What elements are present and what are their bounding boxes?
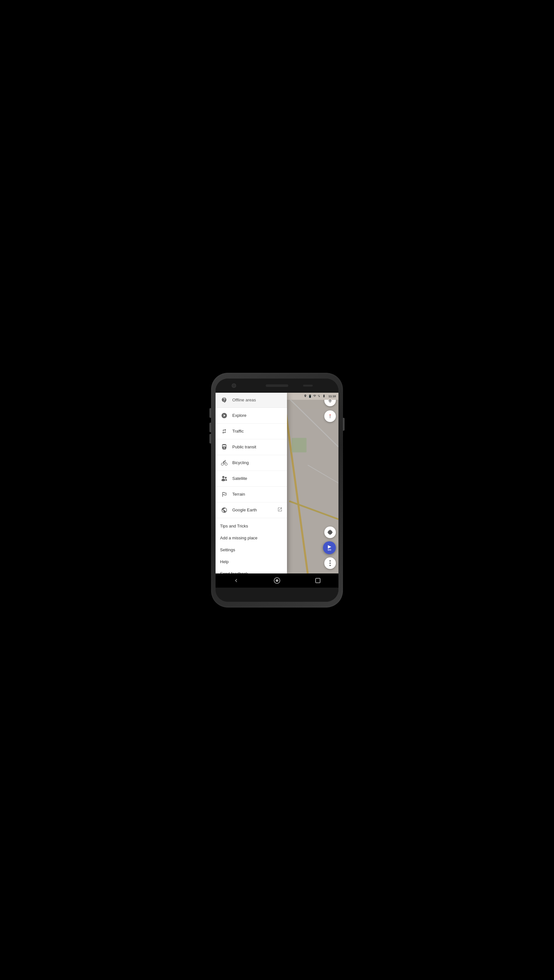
status-time: 11:10 xyxy=(328,395,336,398)
satellite-icon xyxy=(220,474,228,483)
battery-icon xyxy=(322,394,326,398)
drawer-item-bicycling[interactable]: Bicycling xyxy=(216,455,287,471)
drawer-item-help[interactable]: Help xyxy=(216,556,287,568)
svg-point-10 xyxy=(330,565,331,566)
transit-label: Public transit xyxy=(232,444,282,449)
phone-frame: 📳 xyxy=(211,373,343,608)
drawer-item-settings[interactable]: Settings xyxy=(216,544,287,556)
home-button[interactable] xyxy=(271,574,283,587)
more-options-button[interactable] xyxy=(324,557,336,569)
drawer-item-traffic[interactable]: Traffic xyxy=(216,423,287,439)
drawer-item-terrain[interactable]: Terrain xyxy=(216,487,287,503)
explore-label: Explore xyxy=(232,413,282,418)
svg-point-7 xyxy=(330,415,331,417)
top-bezel xyxy=(216,379,338,393)
traffic-label: Traffic xyxy=(232,429,282,434)
go-arrow-icon: ▶ xyxy=(328,544,331,549)
drawer-item-add-place[interactable]: Add a missing place xyxy=(216,532,287,544)
drawer-item-satellite[interactable]: Satellite xyxy=(216,471,287,487)
screen: 📳 xyxy=(216,393,338,573)
svg-marker-5 xyxy=(330,414,331,415)
status-icons: 📳 xyxy=(304,394,336,398)
traffic-icon xyxy=(220,427,228,436)
compass-button[interactable] xyxy=(324,410,336,422)
drawer-item-tips[interactable]: Tips and Tricks xyxy=(216,520,287,532)
drawer-text-section: Tips and Tricks Add a missing place Sett… xyxy=(216,518,287,573)
svg-point-12 xyxy=(276,579,278,582)
drawer-item-feedback[interactable]: Send feedback xyxy=(216,568,287,573)
drawer: Offline areas Explore xyxy=(216,393,287,573)
wifi-icon xyxy=(313,394,316,398)
drawer-item-transit[interactable]: Public transit xyxy=(216,439,287,455)
external-link-icon xyxy=(277,507,282,513)
back-button[interactable] xyxy=(230,574,243,587)
drawer-item-google-earth[interactable]: Google Earth xyxy=(216,503,287,518)
google-earth-label: Google Earth xyxy=(232,508,277,512)
explore-icon xyxy=(220,411,228,420)
offline-map-icon xyxy=(220,396,228,404)
terrain-icon xyxy=(220,490,228,498)
go-label: GO xyxy=(328,549,331,551)
terrain-label: Terrain xyxy=(232,492,282,496)
bottom-bezel xyxy=(216,588,338,602)
offline-areas-label: Offline areas xyxy=(232,398,256,402)
svg-marker-6 xyxy=(330,417,331,418)
location-button[interactable] xyxy=(324,527,336,538)
sensor xyxy=(303,385,313,387)
signal-icon xyxy=(318,394,321,398)
vibrate-icon: 📳 xyxy=(308,395,312,398)
svg-rect-13 xyxy=(315,578,320,583)
bicycle-icon xyxy=(220,459,228,467)
satellite-label: Satellite xyxy=(232,476,282,481)
drawer-item-offline-areas[interactable]: Offline areas xyxy=(216,393,287,408)
drawer-item-explore[interactable]: Explore xyxy=(216,408,287,423)
recents-button[interactable] xyxy=(311,574,324,587)
svg-point-8 xyxy=(330,560,331,562)
transit-icon xyxy=(220,443,228,451)
go-button[interactable]: ▶ GO xyxy=(323,541,336,554)
bicycling-label: Bicycling xyxy=(232,460,282,465)
location-status-icon xyxy=(304,394,307,398)
camera xyxy=(232,383,236,388)
bottom-nav xyxy=(216,573,338,588)
phone-inner: 📳 xyxy=(216,379,338,602)
speaker xyxy=(266,384,288,387)
earth-icon xyxy=(220,506,228,514)
svg-point-9 xyxy=(330,563,331,564)
